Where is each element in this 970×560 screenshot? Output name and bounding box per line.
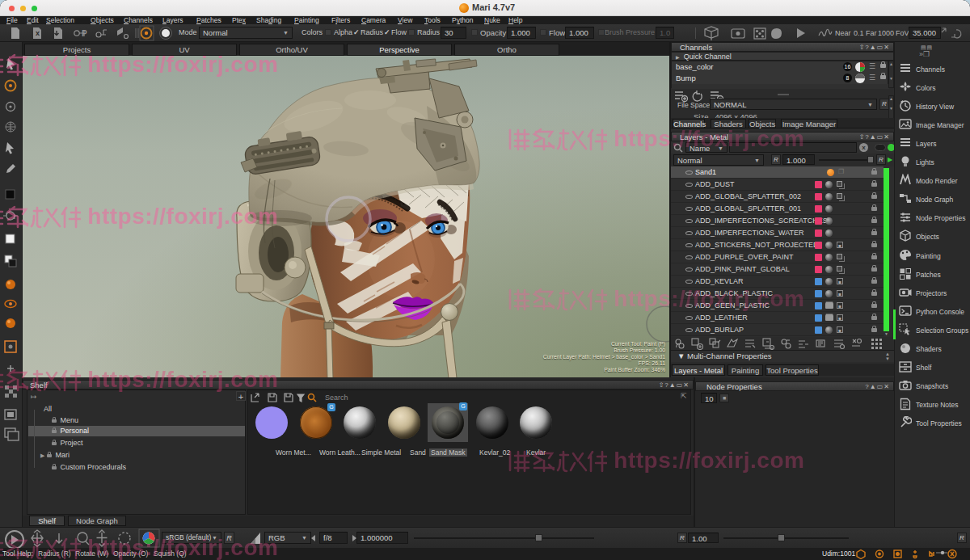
svg-text:1000: 1000 [878, 29, 894, 37]
svg-text:0.1: 0.1 [854, 29, 864, 37]
svg-text:x: x [36, 29, 40, 37]
svg-text:Near: Near [835, 29, 851, 37]
svg-text:FoV: FoV [896, 29, 909, 37]
svg-text:Far: Far [866, 29, 877, 37]
svg-text:P: P [82, 29, 87, 38]
